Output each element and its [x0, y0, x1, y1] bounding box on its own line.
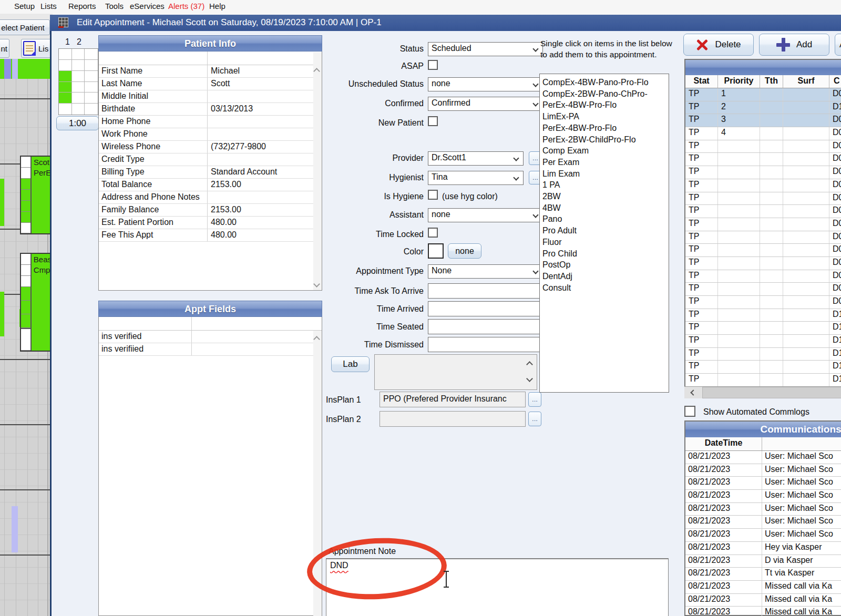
commlog-row[interactable]: 08/21/2023 User: Michael Sco — [685, 529, 841, 542]
procedure-row[interactable]: TP D1 — [685, 322, 841, 335]
add-button[interactable]: Add — [759, 34, 829, 56]
confirmed-select[interactable]: Confirmed — [428, 97, 543, 111]
partial-button[interactable]: A — [835, 34, 841, 56]
patient-info-row[interactable]: Fee This Appt 480.00 — [99, 229, 322, 242]
menu-tools[interactable]: Tools — [105, 2, 124, 11]
procedure-row[interactable]: TP 1 D0 — [685, 88, 841, 101]
patient-info-row[interactable]: Billing Type Standard Account — [99, 166, 322, 179]
schedule-appointment-1[interactable]: Scot PerE — [20, 156, 53, 234]
quick-add-item[interactable]: Pro Child — [540, 248, 669, 260]
commlog-row[interactable]: 08/21/2023 Missed call via Ka — [685, 581, 841, 594]
procedure-row[interactable]: TP D1 — [685, 309, 841, 322]
commlog-row[interactable]: 08/21/2023 User: Michael Sco — [685, 503, 841, 516]
procedure-row[interactable]: TP D0 — [685, 166, 841, 179]
commlog-row[interactable]: 08/21/2023 D via Kasper — [685, 555, 841, 568]
commlog-row[interactable]: 08/21/2023 User: Michael Sco — [685, 477, 841, 490]
procedure-row[interactable]: TP D1 — [685, 348, 841, 361]
patient-info-row[interactable]: Work Phone — [99, 128, 322, 141]
quick-add-item[interactable]: Per Exam — [540, 157, 669, 168]
quick-add-item[interactable]: DentAdj — [540, 271, 669, 282]
toolbar-button-fragment[interactable]: nt — [0, 39, 9, 58]
procedure-row[interactable]: TP D1 — [685, 374, 841, 387]
menu-help[interactable]: Help — [209, 2, 225, 11]
quick-add-item[interactable]: 1 PA — [540, 179, 669, 191]
new-patient-checkbox[interactable] — [428, 116, 438, 126]
quick-add-item[interactable]: Pro Adult — [540, 225, 669, 237]
quick-add-item[interactable]: PostOp — [540, 259, 669, 271]
menu-reports[interactable]: Reports — [68, 2, 96, 11]
asap-checkbox[interactable] — [428, 60, 438, 70]
procedure-row[interactable]: TP 3 D0 — [685, 114, 841, 127]
appointment-type-select[interactable]: None — [428, 264, 543, 279]
status-select[interactable]: Scheduled — [428, 42, 543, 56]
duration-grid[interactable] — [58, 48, 98, 115]
unscheduled-status-select[interactable]: none — [428, 77, 543, 91]
time-seated-input[interactable] — [428, 319, 543, 334]
procedure-row[interactable]: TP D1 — [685, 335, 841, 348]
quick-add-item[interactable]: CompEx-2BW-Pano-ChPro- — [540, 88, 669, 100]
procedure-row[interactable]: TP D0 — [685, 140, 841, 153]
column-header-stat[interactable]: Stat — [685, 75, 718, 88]
procedure-row[interactable]: TP 2 D1 — [685, 101, 841, 115]
procedure-row[interactable]: TP D0 — [685, 153, 841, 166]
menu-alerts[interactable]: Alerts (37) — [168, 2, 204, 11]
scroll-left-button[interactable] — [684, 387, 702, 398]
quick-add-item[interactable]: Fluor — [540, 237, 669, 248]
patient-info-row[interactable]: Wireless Phone (732)277-9800 — [99, 141, 322, 153]
commlog-row[interactable]: 08/21/2023 Hey via Kasper — [685, 542, 841, 555]
commlog-row[interactable]: 08/21/2023 Missed call via Ka — [685, 607, 841, 616]
provider-select[interactable]: Dr.Scott1 — [428, 151, 524, 166]
quick-add-item[interactable]: PerEx-4BW-Pro-Flo — [540, 99, 669, 111]
procedure-row[interactable]: TP D1 — [685, 361, 841, 374]
scrollbar-thumb[interactable] — [702, 387, 841, 398]
procedure-row[interactable]: TP D0 — [685, 231, 841, 244]
lab-button[interactable]: Lab — [331, 356, 370, 372]
patient-info-row[interactable]: Family Balance 2153.00 — [99, 204, 322, 217]
time-ask-input[interactable] — [428, 283, 543, 299]
commlog-row[interactable]: 08/21/2023 User: Michael Sco — [685, 516, 841, 529]
commlog-row[interactable]: 08/21/2023 Missed call via Ka — [685, 594, 841, 607]
quick-add-item[interactable]: Lim Exam — [540, 168, 669, 180]
column-header-tth[interactable]: Tth — [760, 75, 783, 88]
menu-eservices[interactable]: eServices — [130, 2, 165, 11]
column-header-datetime[interactable]: DateTime — [685, 437, 762, 450]
procedure-row[interactable]: TP D0 — [685, 218, 841, 231]
commlog-row[interactable]: 08/21/2023 User: Michael Sco — [685, 451, 841, 464]
column-header-priority[interactable]: Priority — [718, 75, 760, 88]
quick-add-listbox[interactable]: CompEx-4BW-Pano-Pro-Flo CompEx-2BW-Pano-… — [539, 74, 669, 393]
quick-add-item[interactable]: 4BW — [540, 202, 669, 214]
patient-info-row[interactable]: Middle Initial — [99, 90, 322, 103]
procedure-row[interactable]: TP D0 — [685, 192, 841, 206]
column-header-surf[interactable]: Surf — [783, 75, 829, 88]
time-locked-checkbox[interactable] — [428, 228, 438, 238]
patient-info-row[interactable]: Total Balance 2153.00 — [99, 179, 322, 191]
commlog-row[interactable]: 08/21/2023 User: Michael Sco — [685, 490, 841, 503]
patient-info-row[interactable]: Birthdate 03/13/2013 — [99, 103, 322, 116]
appt-field-row[interactable]: ins verifiied — [99, 343, 322, 356]
commlog-row[interactable]: 08/21/2023 Tt via Kasper — [685, 568, 841, 581]
procedure-row[interactable]: TP D0 — [685, 270, 841, 283]
menu-lists[interactable]: Lists — [40, 2, 57, 11]
patient-info-row[interactable]: Home Phone — [99, 116, 322, 128]
quick-add-item[interactable]: Consult — [540, 282, 669, 294]
quick-add-item[interactable]: PerEx-2BW-ChildPro-Flo — [540, 134, 669, 146]
menu-setup[interactable]: Setup — [14, 2, 35, 11]
procedure-row[interactable]: TP D0 — [685, 296, 841, 309]
quick-add-item[interactable]: PerEx-4BW-Pro-Flo — [540, 122, 669, 134]
quick-add-item[interactable]: Comp Exam — [540, 145, 669, 157]
procedure-row[interactable]: TP D0 — [685, 283, 841, 296]
hygienist-select[interactable]: Tina — [428, 171, 524, 185]
commlog-row[interactable]: 08/21/2023 User: Michael Sco — [685, 464, 841, 477]
procedure-row[interactable]: TP D0 — [685, 205, 841, 218]
procedure-row[interactable]: TP D0 — [685, 179, 841, 192]
procedure-row[interactable]: TP 4 D0 — [685, 127, 841, 140]
quick-add-item[interactable]: LimEx-PA — [540, 111, 669, 122]
procedures-hscrollbar[interactable] — [684, 386, 841, 398]
column-header-code[interactable]: C — [829, 75, 841, 88]
patient-info-row[interactable]: Address and Phone Notes — [99, 191, 322, 204]
patient-info-row[interactable]: Last Name Scott — [99, 78, 322, 90]
appt-field-row[interactable]: ins verified — [99, 331, 322, 343]
is-hygiene-checkbox[interactable] — [428, 190, 438, 200]
quick-add-item[interactable]: CompEx-4BW-Pano-Pro-Flo — [540, 77, 669, 88]
time-arrived-input[interactable] — [428, 301, 543, 316]
